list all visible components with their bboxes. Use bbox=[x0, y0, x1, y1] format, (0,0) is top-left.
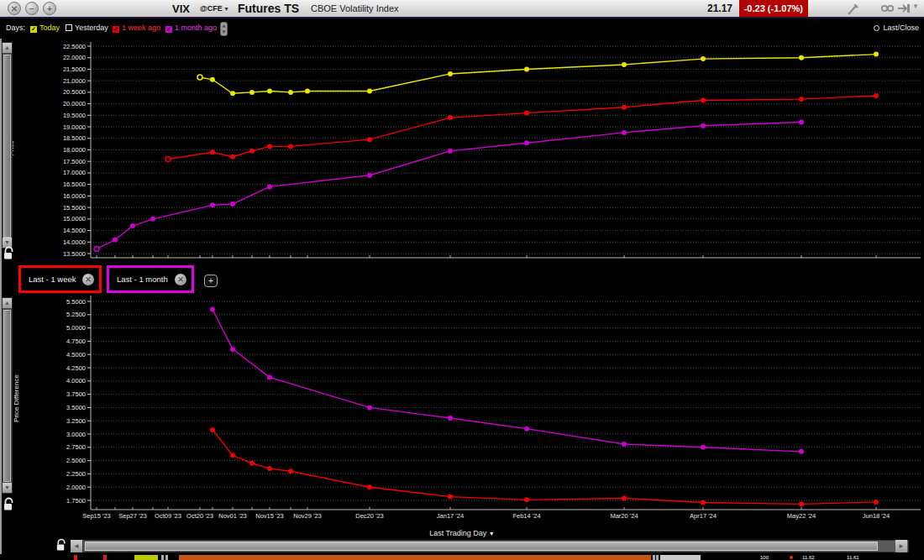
price-chart-unlock-icon[interactable] bbox=[3, 246, 15, 264]
x-tick-label: Sep27 '23 bbox=[118, 512, 147, 520]
data-point-last-1-month bbox=[230, 347, 235, 352]
dock-panel-icon[interactable] bbox=[897, 3, 912, 18]
y-tick-label: 4.5000 bbox=[66, 351, 86, 359]
close-tab-icon[interactable]: ✕ bbox=[175, 274, 186, 285]
y-tick-label: 2.2500 bbox=[66, 470, 86, 478]
data-point-last-1-week bbox=[622, 495, 627, 500]
diff-chart-unlock-icon[interactable] bbox=[3, 497, 15, 515]
background-strip-segment bbox=[656, 555, 659, 560]
add-difference-button[interactable]: + bbox=[204, 275, 218, 287]
data-point-1-week-ago bbox=[524, 111, 529, 116]
background-strip-segment bbox=[179, 555, 651, 560]
hscroll-unlock-icon[interactable] bbox=[55, 538, 67, 555]
data-point-1-month-ago bbox=[367, 173, 372, 178]
data-point-1-month-ago bbox=[799, 120, 804, 125]
hscroll-left-button[interactable]: ◄ bbox=[71, 540, 82, 552]
diff-chart-vscrollbar[interactable]: ▲ ▼ bbox=[2, 297, 13, 494]
data-point-today bbox=[288, 90, 293, 95]
scroll-down-button[interactable]: ▼ bbox=[3, 483, 12, 493]
scroll-thumb[interactable] bbox=[3, 55, 11, 238]
y-tick-label: 5.0000 bbox=[66, 324, 86, 332]
difference-tab-label: Last - 1 month bbox=[117, 275, 170, 284]
y-tick-label: 19.0000 bbox=[63, 123, 86, 131]
x-tick-label: Feb14 '24 bbox=[512, 512, 540, 520]
y-tick-label: 20.0000 bbox=[63, 100, 86, 107]
scroll-thumb[interactable] bbox=[3, 310, 11, 482]
series-line-today bbox=[200, 55, 876, 94]
exchange-caret-icon[interactable]: ▼ bbox=[223, 0, 229, 17]
last-close-point-1-week-ago bbox=[165, 156, 171, 161]
day-option-yesterday[interactable]: Yesterday bbox=[66, 22, 108, 34]
hscroll-thumb[interactable] bbox=[85, 542, 878, 551]
scroll-up-button[interactable]: ▲ bbox=[3, 298, 12, 308]
day-option-1-week-ago[interactable]: ✓1 week ago bbox=[113, 22, 160, 34]
background-strip-segment bbox=[165, 555, 168, 560]
y-tick-label: 3.5000 bbox=[66, 404, 86, 411]
checked-checkbox-icon[interactable]: ✓ bbox=[30, 26, 37, 33]
chart-hscrollbar[interactable] bbox=[82, 540, 909, 552]
hscroll-right-button[interactable]: ► bbox=[895, 540, 907, 552]
data-point-last-1-week bbox=[249, 461, 255, 466]
last-close-legend[interactable]: Last/Close bbox=[874, 23, 919, 33]
unchecked-checkbox-icon[interactable] bbox=[66, 24, 72, 31]
y-tick-label: 18.0000 bbox=[63, 146, 86, 154]
day-option-1-month-ago[interactable]: ✓1 month ago bbox=[165, 22, 217, 34]
data-point-today bbox=[448, 71, 453, 76]
y-tick-label: 5.2500 bbox=[66, 311, 86, 318]
close-tab-icon[interactable]: ✕ bbox=[82, 274, 94, 285]
y-tick-label: 16.5000 bbox=[63, 181, 86, 188]
y-tick-label: 20.5000 bbox=[63, 88, 86, 96]
window-minimize-button[interactable]: − bbox=[25, 2, 39, 15]
exchange-code[interactable]: @CFE bbox=[200, 0, 223, 17]
window-close-button[interactable]: ✕ bbox=[8, 2, 21, 15]
annotate-pencil-icon[interactable] bbox=[847, 3, 860, 19]
y-tick-label: 21.5000 bbox=[63, 65, 86, 73]
data-point-1-month-ago bbox=[524, 140, 529, 145]
data-point-1-month-ago bbox=[448, 149, 453, 154]
checked-checkbox-icon[interactable]: ✓ bbox=[113, 26, 119, 33]
x-tick-label: Dec20 '23 bbox=[355, 512, 384, 520]
data-point-1-month-ago bbox=[230, 201, 235, 207]
data-point-today bbox=[305, 89, 310, 94]
x-tick-label: Mar20 '24 bbox=[610, 512, 638, 520]
data-point-today bbox=[622, 62, 627, 67]
background-strip-value: 11.61 bbox=[847, 555, 859, 560]
difference-tab-label: Last - 1 week bbox=[29, 275, 77, 284]
y-tick-label: 2.5000 bbox=[66, 457, 86, 464]
window-maximize-button[interactable]: + bbox=[43, 2, 56, 15]
series-line-last-1-month bbox=[213, 309, 801, 451]
y-tick-label: 4.7500 bbox=[66, 338, 86, 345]
days-toolbar: Days: ✓TodayYesterday✓1 week ago✓1 month… bbox=[0, 18, 924, 39]
instrument-description: CBOE Volatility Index bbox=[311, 0, 399, 17]
data-point-last-1-week bbox=[448, 495, 453, 500]
data-point-1-month-ago bbox=[622, 130, 627, 135]
difference-tab-last-1-month[interactable]: Last - 1 month✕ bbox=[107, 265, 194, 293]
day-option-today[interactable]: ✓Today bbox=[30, 22, 60, 34]
y-tick-label: 1.7500 bbox=[66, 497, 86, 505]
days-stepper[interactable] bbox=[220, 22, 228, 34]
titlebar-menu-caret-icon[interactable]: ▼ bbox=[912, 3, 919, 10]
link-icon[interactable] bbox=[880, 3, 895, 18]
function-name: Futures TS bbox=[238, 0, 299, 17]
background-strip-segment bbox=[660, 555, 701, 560]
data-point-today bbox=[249, 90, 255, 95]
x-axis-title[interactable]: Last Trading Day ▼ bbox=[0, 529, 924, 537]
x-tick-label: Apr17 '24 bbox=[690, 512, 717, 520]
y-tick-label: 22.0000 bbox=[63, 54, 86, 61]
checked-checkbox-icon[interactable]: ✓ bbox=[165, 26, 172, 33]
y-tick-label: 4.0000 bbox=[66, 377, 86, 385]
data-point-1-month-ago bbox=[267, 184, 272, 189]
scroll-up-button[interactable]: ▲ bbox=[3, 43, 12, 53]
data-point-last-1-month bbox=[622, 442, 627, 447]
background-strip-segment bbox=[134, 555, 158, 560]
data-point-last-1-month bbox=[367, 405, 372, 410]
y-tick-label: 13.5000 bbox=[63, 250, 86, 258]
data-point-last-1-week bbox=[230, 453, 235, 458]
last-close-marker-icon bbox=[874, 25, 879, 31]
difference-tab-last-1-week[interactable]: Last - 1 week✕ bbox=[18, 265, 102, 293]
last-close-point-today bbox=[197, 75, 202, 80]
data-point-today bbox=[210, 77, 215, 82]
price-chart-vscrollbar[interactable]: ▲ ▼ bbox=[2, 42, 13, 249]
data-point-1-week-ago bbox=[874, 93, 879, 98]
background-strip-segment bbox=[653, 555, 655, 560]
